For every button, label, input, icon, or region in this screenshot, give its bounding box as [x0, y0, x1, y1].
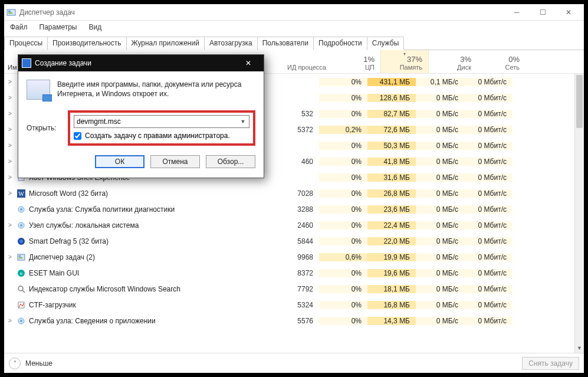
- svg-rect-13: [19, 255, 21, 257]
- maximize-button[interactable]: ☐: [530, 4, 556, 21]
- minimize-button[interactable]: ─: [504, 4, 530, 21]
- header-network[interactable]: 0%Сеть: [477, 50, 525, 73]
- cpu-cell: 0%: [319, 285, 367, 293]
- cpu-cell: 0%: [319, 301, 367, 309]
- ok-button[interactable]: ОК: [95, 155, 144, 168]
- tab-services[interactable]: Службы: [367, 37, 404, 50]
- table-row[interactable]: >Служба узла: Сведения о приложении55760…: [4, 313, 584, 329]
- memory-cell: 72,6 МБ: [367, 126, 416, 134]
- process-icon: W: [16, 189, 27, 198]
- cancel-button[interactable]: Отмена: [150, 155, 200, 168]
- tab-processes[interactable]: Процессы: [4, 37, 48, 50]
- expand-toggle[interactable]: >: [4, 94, 16, 101]
- process-name: Узел службы: локальная система: [16, 221, 254, 230]
- dialog-close-button[interactable]: ✕: [236, 55, 260, 71]
- svg-text:W: W: [18, 191, 24, 197]
- highlight-box: devmgmt.msc ▼ Создать задачу с правами а…: [68, 110, 255, 146]
- menu-options[interactable]: Параметры: [36, 22, 81, 32]
- process-icon: [16, 300, 27, 310]
- header-cpu[interactable]: 1%ЦП: [332, 50, 380, 73]
- fewer-details-label[interactable]: Меньше: [25, 359, 52, 368]
- expand-toggle[interactable]: >: [4, 254, 16, 260]
- run-icon: [27, 80, 50, 100]
- header-pid[interactable]: ИД процесса: [267, 50, 332, 73]
- process-name: Диспетчер задач (2): [16, 253, 254, 262]
- table-row[interactable]: eESET Main GUI83720%19,6 МБ0 МБ/с0 Мбит/…: [4, 265, 584, 281]
- table-row[interactable]: CTF-загрузчик53240%16,8 МБ0 МБ/с0 Мбит/с: [4, 297, 584, 313]
- table-row[interactable]: >WMicrosoft Word (32 бита)70280%26,8 МБ0…: [4, 185, 584, 201]
- expand-toggle[interactable]: >: [4, 142, 16, 149]
- table-row[interactable]: Индексатор службы Microsoft Windows Sear…: [4, 281, 584, 297]
- network-cell: 0 Мбит/с: [464, 94, 513, 102]
- cpu-cell: 0%: [319, 269, 367, 277]
- titlebar: Диспетчер задач ─ ☐ ✕: [4, 4, 584, 21]
- process-name: Индексатор службы Microsoft Windows Sear…: [16, 284, 254, 294]
- expand-toggle[interactable]: >: [4, 78, 16, 85]
- network-cell: 0 Мбит/с: [464, 301, 513, 309]
- dialog-description: Введите имя программы, папки, документа …: [57, 80, 255, 100]
- memory-cell: 19,9 МБ: [367, 253, 416, 261]
- disk-cell: 0 МБ/с: [416, 269, 464, 277]
- disk-cell: 0 МБ/с: [416, 285, 464, 293]
- menu-view[interactable]: Вид: [85, 22, 105, 32]
- disk-cell: 0 МБ/с: [416, 253, 464, 261]
- expand-toggle[interactable]: >: [4, 126, 16, 133]
- header-disk[interactable]: 3%Диск: [429, 50, 477, 73]
- process-pid: 7792: [254, 285, 319, 293]
- end-task-button[interactable]: Снять задачу: [522, 357, 579, 370]
- expand-toggle[interactable]: >: [4, 174, 16, 181]
- cpu-cell: 0%: [319, 317, 367, 325]
- disk-cell: 0 МБ/с: [416, 142, 464, 150]
- admin-checkbox[interactable]: [74, 132, 81, 140]
- network-cell: 0 Мбит/с: [464, 158, 513, 166]
- memory-cell: 431,1 МБ: [367, 78, 416, 86]
- menu-file[interactable]: Файл: [6, 22, 31, 32]
- scroll-thumb[interactable]: [576, 75, 583, 128]
- table-row[interactable]: >Диспетчер задач (2)99680,6%19,9 МБ0 МБ/…: [4, 249, 584, 265]
- network-cell: 0 Мбит/с: [464, 142, 513, 150]
- process-icon: e: [16, 268, 27, 278]
- memory-cell: 26,8 МБ: [367, 189, 416, 198]
- expand-toggle[interactable]: >: [4, 317, 16, 324]
- network-cell: 0 Мбит/с: [464, 205, 513, 214]
- svg-point-9: [20, 224, 22, 227]
- table-row[interactable]: >Узел службы: локальная система24600%22,…: [4, 217, 584, 233]
- expand-toggle[interactable]: >: [4, 158, 16, 165]
- process-pid: 5324: [254, 301, 319, 309]
- memory-cell: 128,6 МБ: [367, 94, 416, 102]
- header-memory[interactable]: ▾37%Память: [380, 50, 429, 73]
- table-row[interactable]: Smart Defrag 5 (32 бита)58440%22,0 МБ0 М…: [4, 233, 584, 249]
- process-icon: [16, 284, 27, 294]
- memory-cell: 41,8 МБ: [367, 158, 416, 166]
- tabs: Процессы Производительность Журнал прило…: [4, 36, 584, 50]
- disk-cell: 0 МБ/с: [416, 110, 464, 118]
- memory-cell: 16,8 МБ: [367, 301, 416, 309]
- expand-toggle[interactable]: >: [4, 190, 16, 196]
- vertical-scrollbar[interactable]: ▲ ▼: [574, 74, 584, 353]
- svg-line-18: [22, 290, 25, 293]
- dialog-title: Создание задачи: [35, 59, 236, 67]
- browse-button[interactable]: Обзор...: [206, 155, 255, 168]
- network-cell: 0 Мбит/с: [464, 78, 513, 86]
- process-icon: [16, 253, 27, 262]
- svg-text:e: e: [20, 271, 23, 276]
- tab-details[interactable]: Подробности: [313, 37, 367, 50]
- process-name: WMicrosoft Word (32 бита): [16, 189, 254, 198]
- tab-users[interactable]: Пользователи: [257, 37, 314, 50]
- tab-performance[interactable]: Производительность: [47, 37, 126, 50]
- svg-point-17: [18, 286, 23, 291]
- table-row[interactable]: Служба узла: Служба политики диагностики…: [4, 201, 584, 217]
- scroll-down-arrow[interactable]: ▼: [575, 343, 584, 353]
- expand-toggle[interactable]: >: [4, 110, 16, 117]
- tab-app-history[interactable]: Журнал приложений: [126, 37, 205, 50]
- open-combobox[interactable]: devmgmt.msc ▼: [74, 115, 249, 128]
- expand-toggle[interactable]: >: [4, 222, 16, 228]
- cpu-cell: 0,2%: [319, 126, 367, 134]
- tab-startup[interactable]: Автозагрузка: [204, 37, 258, 50]
- fewer-details-button[interactable]: ˄: [9, 358, 21, 369]
- admin-checkbox-label: Создать задачу с правами администратора.: [85, 132, 230, 140]
- process-name: Служба узла: Служба политики диагностики: [16, 205, 254, 214]
- dropdown-arrow-icon[interactable]: ▼: [238, 117, 248, 126]
- close-button[interactable]: ✕: [556, 4, 582, 21]
- dialog-titlebar: Создание задачи ✕: [18, 55, 264, 71]
